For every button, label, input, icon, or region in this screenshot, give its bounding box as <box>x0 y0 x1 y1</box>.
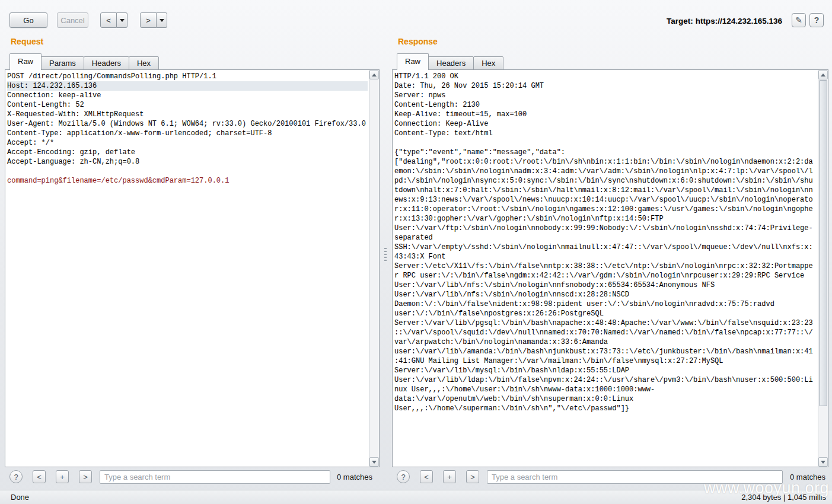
chevron-down-icon <box>120 19 125 22</box>
next-request-dropdown-button[interactable] <box>157 12 167 28</box>
response-panel-title: Response <box>398 37 438 46</box>
request-tab-raw[interactable]: Raw <box>9 53 42 70</box>
request-line: User-Agent: Mozilla/5.0 (Windows NT 6.1;… <box>7 119 368 129</box>
request-line: X-Requested-With: XMLHttpRequest <box>7 110 368 119</box>
search-previous-button[interactable]: < <box>33 470 46 483</box>
request-line: Content-Type: application/x-www-form-url… <box>7 129 368 138</box>
scroll-down-button[interactable] <box>369 457 379 467</box>
request-tab-headers[interactable]: Headers <box>84 56 129 70</box>
request-raw-text: POST /direct/polling/CommandsPolling.php… <box>5 70 369 467</box>
response-search-matches: 0 matches <box>790 473 825 481</box>
response-scrollbar-thumb[interactable] <box>819 80 827 406</box>
request-line: Accept: */* <box>7 138 368 148</box>
request-line: Host: 124.232.165.136 <box>7 81 368 91</box>
status-bar: Done 2,304 bytes | 1,045 millis <box>0 490 832 504</box>
response-editor[interactable]: HTTP/1.1 200 OK Date: Thu, 26 Nov 2015 1… <box>392 69 828 467</box>
request-line: Accept-Encoding: gzip, deflate <box>7 148 368 157</box>
request-panel-title: Request <box>11 37 43 46</box>
request-line: Content-Length: 52 <box>7 100 368 110</box>
response-panel: Response Raw Headers Hex HTTP/1.1 200 OK… <box>392 36 828 486</box>
response-tab-raw[interactable]: Raw <box>397 53 429 70</box>
request-blank-line <box>7 167 368 176</box>
response-tab-hex[interactable]: Hex <box>473 56 503 70</box>
response-tabs: Raw Headers Hex <box>397 53 503 70</box>
response-scrollbar[interactable] <box>818 70 828 467</box>
response-headers: HTTP/1.1 200 OK Date: Thu, 26 Nov 2015 1… <box>394 72 817 138</box>
search-next-button[interactable]: > <box>466 470 479 483</box>
search-add-button[interactable]: + <box>443 470 456 483</box>
request-editor[interactable]: POST /direct/polling/CommandsPolling.php… <box>5 69 380 467</box>
arrow-up-icon <box>372 74 377 76</box>
chevron-down-icon <box>160 19 164 22</box>
help-button[interactable]: ? <box>809 13 824 27</box>
arrow-up-icon <box>821 74 825 76</box>
request-tab-params[interactable]: Params <box>41 56 84 70</box>
previous-request-dropdown-button[interactable] <box>117 12 127 28</box>
request-line: Connection: keep-alive <box>7 91 368 100</box>
response-search-input[interactable] <box>487 470 783 484</box>
response-search-bar: ? < + > 0 matches <box>392 468 828 486</box>
repeater-toolbar: Go Cancel < > Target:https://124.232.165… <box>0 0 832 34</box>
cancel-button[interactable]: Cancel <box>57 12 88 28</box>
request-tab-hex[interactable]: Hex <box>129 56 159 70</box>
go-button[interactable]: Go <box>9 12 47 28</box>
search-add-button[interactable]: + <box>56 470 69 483</box>
splitter-grip-icon <box>384 248 387 261</box>
previous-request-split-button: < <box>100 12 127 28</box>
status-metrics: 2,304 bytes | 1,045 millis <box>741 493 826 502</box>
next-request-button[interactable]: > <box>140 12 157 28</box>
request-line: Accept-Language: zh-CN,zh;q=0.8 <box>7 157 368 167</box>
request-panel: Request Raw Params Headers Hex POST /dir… <box>5 36 380 486</box>
request-search-matches: 0 matches <box>337 473 372 481</box>
arrow-down-icon <box>372 461 377 464</box>
previous-request-button[interactable]: < <box>100 12 117 28</box>
response-blank-line <box>394 138 817 148</box>
target-info: Target:https://124.232.165.136 <box>664 17 782 25</box>
panel-splitter[interactable] <box>380 36 392 467</box>
response-raw-text: HTTP/1.1 200 OK Date: Thu, 26 Nov 2015 1… <box>393 70 818 467</box>
search-help-button[interactable]: ? <box>9 470 23 483</box>
search-help-button[interactable]: ? <box>397 470 410 483</box>
search-previous-button[interactable]: < <box>420 470 433 483</box>
scroll-down-button[interactable] <box>818 457 828 467</box>
arrow-down-icon <box>821 461 825 464</box>
pencil-icon: ✎ <box>795 15 802 25</box>
request-tabs: Raw Params Headers Hex <box>9 53 158 70</box>
request-scrollbar[interactable] <box>369 70 379 467</box>
search-next-button[interactable]: > <box>79 470 92 483</box>
target-url: https://124.232.165.136 <box>696 17 782 25</box>
request-body: command=ping&filename=/etc/passwd&cmdPar… <box>7 176 368 186</box>
status-text: Done <box>11 493 29 502</box>
scroll-up-button[interactable] <box>818 70 828 79</box>
edit-target-button[interactable]: ✎ <box>792 13 806 27</box>
request-line: POST /direct/polling/CommandsPolling.php… <box>7 72 368 81</box>
request-search-input[interactable] <box>100 470 330 484</box>
scroll-up-button[interactable] <box>369 70 379 79</box>
target-label: Target: <box>667 17 693 25</box>
request-search-bar: ? < + > 0 matches <box>5 468 380 486</box>
next-request-split-button: > <box>140 12 167 28</box>
response-tab-headers[interactable]: Headers <box>428 56 474 70</box>
response-body: {"type":"event","name":"message","data":… <box>394 148 817 413</box>
